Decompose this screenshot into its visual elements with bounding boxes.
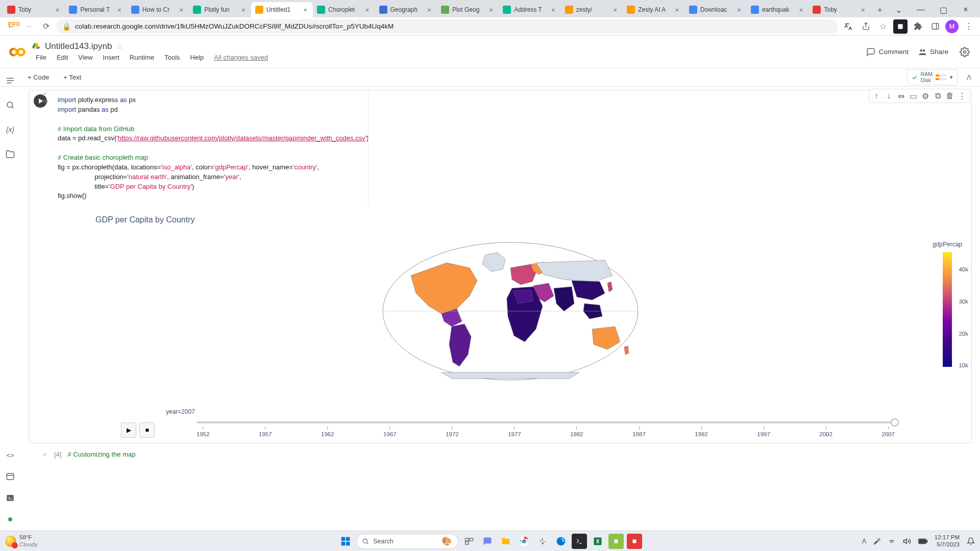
browser-tab[interactable]: Downloac×	[685, 2, 747, 17]
move-up-icon[interactable]: ↑	[870, 90, 883, 102]
comment-icon[interactable]: ▭	[907, 90, 919, 102]
browser-tab[interactable]: Choroplet×	[313, 2, 375, 17]
minimize-icon[interactable]: —	[910, 2, 932, 17]
resource-indicator[interactable]: RAMDisk ▾	[907, 69, 958, 85]
menu-edit[interactable]: Edit	[53, 53, 72, 62]
taskbar-app-icon[interactable]	[627, 534, 642, 549]
collapse-icon[interactable]: ᐱ	[962, 70, 976, 85]
taskbar-chrome-icon[interactable]	[517, 534, 532, 549]
url-input[interactable]: 🔒 colab.research.google.com/drive/1fkU5H…	[56, 19, 838, 34]
next-cell-peek[interactable]: ✓ [4] # Customizing the map	[29, 449, 972, 459]
browser-tab[interactable]: Toby×	[808, 2, 870, 17]
code-cell[interactable]: import plotly.express as px import panda…	[29, 90, 972, 443]
menu-runtime[interactable]: Runtime	[126, 53, 158, 62]
command-icon[interactable]	[5, 493, 15, 503]
share-button[interactable]: Share	[918, 47, 948, 57]
menu-help[interactable]: Help	[186, 53, 208, 62]
browser-tab[interactable]: Zesty AI A×	[623, 2, 684, 17]
close-icon[interactable]: ×	[302, 6, 309, 13]
menu-file[interactable]: File	[32, 53, 51, 62]
code-editor[interactable]: import plotly.express as px import panda…	[52, 90, 971, 206]
taskbar-clock[interactable]: 12:17 PM 5/7/2023	[935, 534, 960, 548]
delete-icon[interactable]: 🗑	[944, 90, 956, 102]
browser-tab[interactable]: Toby×	[3, 2, 65, 17]
link-icon[interactable]: ⇔	[895, 90, 907, 102]
browser-tab[interactable]: zesty/×	[561, 2, 623, 17]
play-button[interactable]: ▶	[121, 422, 136, 438]
close-icon[interactable]: ×	[240, 6, 247, 13]
close-icon[interactable]: ×	[860, 6, 867, 13]
browser-tab[interactable]: Personal T×	[65, 2, 127, 17]
terminal-icon[interactable]	[5, 471, 15, 482]
menu-insert[interactable]: Insert	[99, 53, 124, 62]
toc-icon[interactable]	[5, 76, 15, 86]
close-icon[interactable]: ×	[674, 6, 681, 13]
tray-mic-icon[interactable]: 🎤	[873, 538, 880, 545]
taskbar-edge-icon[interactable]	[553, 534, 569, 549]
gear-icon[interactable]: ⚙	[919, 90, 932, 102]
menu-icon[interactable]: ⋮	[962, 19, 976, 34]
taskbar-terminal-icon[interactable]	[572, 534, 587, 549]
stop-button[interactable]: ■	[139, 422, 155, 438]
code-icon[interactable]: <>	[5, 450, 15, 460]
star-icon[interactable]: ☆	[116, 42, 123, 52]
chevron-down-icon[interactable]: ⌄	[887, 2, 910, 17]
colab-logo-icon[interactable]	[8, 43, 27, 61]
add-text-button[interactable]: + Text	[58, 71, 86, 83]
mirror-icon[interactable]: ⧉	[932, 90, 944, 102]
menu-tools[interactable]: Tools	[160, 53, 184, 62]
close-icon[interactable]: ×	[736, 6, 743, 13]
browser-tab-active[interactable]: Untitled1×	[251, 2, 313, 17]
tray-volume-icon[interactable]	[903, 537, 911, 545]
add-code-button[interactable]: + Code	[22, 71, 54, 83]
forward-button[interactable]: →	[21, 19, 36, 34]
close-icon[interactable]: ×	[797, 6, 804, 13]
sidepanel-icon[interactable]	[928, 19, 942, 34]
comment-button[interactable]: Comment	[866, 47, 909, 57]
taskbar-search[interactable]: Search 🎨	[356, 534, 458, 549]
close-icon[interactable]: ×	[364, 6, 371, 13]
translate-icon[interactable]	[841, 19, 855, 34]
browser-tab[interactable]: Plotly fun×	[189, 2, 251, 17]
taskbar-app-icon[interactable]	[608, 534, 624, 549]
start-button[interactable]	[338, 534, 353, 549]
taskbar-slack-icon[interactable]	[535, 534, 550, 549]
variables-icon[interactable]: {x}	[5, 124, 15, 135]
year-slider[interactable]: 1952 1957 1962 1967 1972 1977 1982 1987 …	[197, 417, 895, 438]
weather-widget[interactable]: 58°FCloudy	[5, 534, 38, 547]
tray-wifi-icon[interactable]	[888, 537, 896, 545]
extension-icon[interactable]	[893, 19, 908, 34]
browser-tab[interactable]: Address T×	[499, 2, 560, 17]
search-icon[interactable]	[5, 100, 15, 110]
tray-notifications-icon[interactable]	[967, 537, 975, 545]
maximize-icon[interactable]: ▢	[932, 2, 954, 17]
notebook-title[interactable]: Untitled143.ipynb	[45, 41, 112, 52]
files-icon[interactable]	[5, 149, 15, 159]
more-icon[interactable]: ⋮	[956, 90, 968, 102]
close-icon[interactable]: ×	[54, 6, 61, 13]
profile-avatar[interactable]: M	[945, 20, 959, 33]
close-icon[interactable]: ×	[116, 6, 123, 13]
close-icon[interactable]: ×	[550, 6, 557, 13]
tray-battery-icon[interactable]	[918, 538, 927, 544]
close-icon[interactable]: ×	[426, 6, 433, 13]
browser-tab[interactable]: Plot Geog×	[437, 2, 499, 17]
tray-chevron-icon[interactable]: ᐱ	[862, 538, 866, 545]
share-icon[interactable]	[859, 19, 873, 34]
move-down-icon[interactable]: ↓	[883, 90, 895, 102]
close-icon[interactable]: ×	[611, 6, 619, 13]
browser-tab[interactable]: Geograph×	[375, 2, 437, 17]
close-icon[interactable]: ×	[487, 6, 495, 13]
choropleth-map[interactable]	[90, 240, 930, 383]
settings-icon[interactable]	[958, 45, 972, 59]
close-icon[interactable]: ×	[178, 6, 185, 13]
slider-thumb[interactable]	[891, 418, 899, 427]
browser-tab[interactable]: earthquak×	[747, 2, 808, 17]
new-tab-button[interactable]: +	[873, 3, 887, 17]
close-icon[interactable]: ×	[954, 2, 977, 17]
taskbar-excel-icon[interactable]: X	[590, 534, 605, 549]
taskview-icon[interactable]	[461, 534, 477, 549]
save-status[interactable]: All changes saved	[210, 53, 272, 62]
reload-button[interactable]: ⟳	[39, 19, 53, 34]
taskbar-explorer-icon[interactable]	[498, 534, 513, 549]
